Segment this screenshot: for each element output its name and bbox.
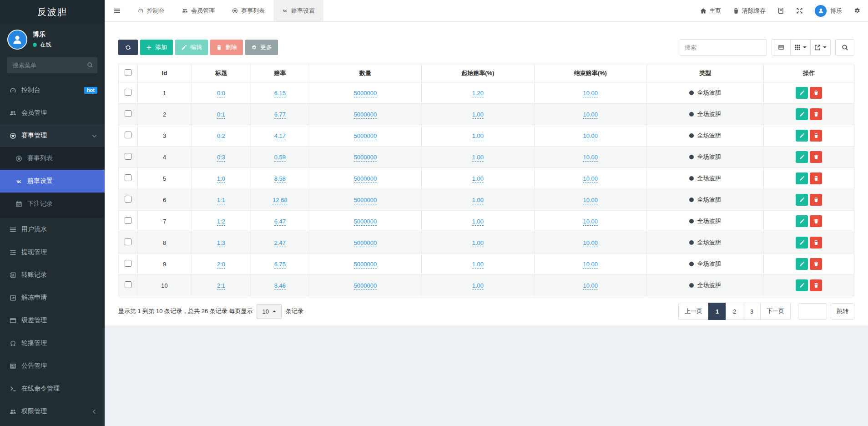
add-button[interactable]: 添加 [140, 40, 173, 55]
odds-editable-link[interactable]: 6.77 [274, 111, 286, 119]
sidebar-item-level[interactable]: 级差管理 [0, 309, 105, 332]
sidebar-item-command[interactable]: 在线命令管理 [0, 377, 105, 400]
odds-editable-link[interactable]: 6.47 [274, 218, 286, 226]
end-odds-editable-link[interactable]: 10.00 [583, 132, 598, 140]
row-edit-button[interactable] [796, 108, 808, 120]
amount-editable-link[interactable]: 5000000 [354, 239, 377, 247]
odds-editable-link[interactable]: 12.68 [273, 197, 288, 204]
end-odds-editable-link[interactable]: 10.00 [583, 111, 598, 119]
row-delete-button[interactable] [810, 258, 822, 270]
title-editable-link[interactable]: 0:3 [217, 154, 225, 162]
search-button[interactable] [835, 39, 854, 56]
pagination-page-1[interactable]: 1 [708, 303, 726, 320]
row-checkbox[interactable] [125, 132, 131, 138]
clear-cache-link[interactable]: 清除缓存 [733, 7, 766, 15]
row-edit-button[interactable] [796, 215, 808, 227]
amount-editable-link[interactable]: 5000000 [354, 197, 377, 204]
avatar[interactable] [7, 30, 27, 50]
detail-view-button[interactable] [772, 39, 791, 56]
table-search-input[interactable] [680, 39, 767, 56]
row-delete-button[interactable] [810, 279, 822, 291]
row-checkbox[interactable] [125, 281, 131, 288]
row-checkbox[interactable] [125, 110, 131, 117]
jump-page-input[interactable] [798, 303, 827, 320]
row-checkbox[interactable] [125, 238, 131, 245]
end-odds-editable-link[interactable]: 10.00 [583, 261, 598, 269]
row-checkbox[interactable] [125, 153, 131, 160]
row-checkbox[interactable] [125, 174, 131, 181]
sidebar-item-unfreeze[interactable]: 解冻申请 [0, 286, 105, 309]
sidebar-item-notice[interactable]: 公告管理 [0, 355, 105, 377]
row-checkbox[interactable] [125, 260, 131, 267]
row-edit-button[interactable] [796, 237, 808, 248]
end-odds-editable-link[interactable]: 10.00 [583, 175, 598, 183]
start-odds-editable-link[interactable]: 1.20 [472, 90, 484, 97]
row-delete-button[interactable] [810, 87, 822, 99]
sidebar-item-withdraw[interactable]: 提现管理 [0, 241, 105, 264]
row-edit-button[interactable] [796, 279, 808, 291]
sidebar-item-bet-records[interactable]: 下注记录 [0, 193, 105, 215]
row-checkbox[interactable] [125, 217, 131, 224]
tab-dashboard[interactable]: 控制台 [129, 0, 173, 21]
page-size-select[interactable]: 10 [257, 304, 281, 319]
row-edit-button[interactable] [796, 258, 808, 270]
sidebar-toggle-button[interactable] [105, 0, 129, 21]
row-delete-button[interactable] [810, 172, 822, 184]
sidebar-item-odds-settings[interactable]: 赔率设置 [0, 170, 105, 193]
navbar-user[interactable]: 博乐 [815, 5, 842, 17]
row-delete-button[interactable] [810, 194, 822, 206]
start-odds-editable-link[interactable]: 1.00 [472, 282, 484, 290]
start-odds-editable-link[interactable]: 1.00 [472, 132, 484, 140]
home-link[interactable]: 主页 [700, 7, 721, 15]
title-editable-link[interactable]: 1:3 [217, 239, 225, 247]
odds-editable-link[interactable]: 8.46 [274, 282, 286, 290]
row-checkbox[interactable] [125, 196, 131, 203]
row-edit-button[interactable] [796, 87, 808, 99]
columns-button[interactable] [790, 39, 811, 56]
amount-editable-link[interactable]: 5000000 [354, 282, 377, 290]
amount-editable-link[interactable]: 5000000 [354, 154, 377, 162]
amount-editable-link[interactable]: 5000000 [354, 132, 377, 140]
title-editable-link[interactable]: 1:0 [217, 175, 225, 183]
title-editable-link[interactable]: 1:1 [217, 197, 225, 204]
title-editable-link[interactable]: 2:1 [217, 282, 225, 290]
title-editable-link[interactable]: 2:0 [217, 261, 225, 269]
row-delete-button[interactable] [810, 215, 822, 227]
odds-editable-link[interactable]: 6.75 [274, 261, 286, 269]
jump-button[interactable]: 跳转 [831, 303, 854, 320]
odds-editable-link[interactable]: 0.59 [274, 154, 286, 162]
row-edit-button[interactable] [796, 172, 808, 184]
row-delete-button[interactable] [810, 151, 822, 163]
tab-odds-settings[interactable]: 赔率设置 [273, 0, 323, 21]
sidebar-item-members[interactable]: 会员管理 [0, 101, 105, 124]
start-odds-editable-link[interactable]: 1.00 [472, 154, 484, 162]
sidebar-item-user-flow[interactable]: 用户流水 [0, 218, 105, 241]
amount-editable-link[interactable]: 5000000 [354, 218, 377, 226]
export-button[interactable] [810, 39, 831, 56]
pagination-next[interactable]: 下一页 [760, 303, 791, 320]
title-editable-link[interactable]: 1:2 [217, 218, 225, 226]
sidebar-item-matches-group[interactable]: 赛事管理 [0, 124, 105, 147]
start-odds-editable-link[interactable]: 1.00 [472, 239, 484, 247]
edit-button[interactable]: 编辑 [175, 40, 208, 55]
odds-editable-link[interactable]: 6.15 [274, 90, 286, 97]
end-odds-editable-link[interactable]: 10.00 [583, 197, 598, 204]
start-odds-editable-link[interactable]: 1.00 [472, 197, 484, 204]
title-editable-link[interactable]: 0:1 [217, 111, 225, 119]
amount-editable-link[interactable]: 5000000 [354, 175, 377, 183]
row-checkbox[interactable] [125, 89, 131, 96]
odds-editable-link[interactable]: 8.58 [274, 175, 286, 183]
start-odds-editable-link[interactable]: 1.00 [472, 218, 484, 226]
row-edit-button[interactable] [796, 194, 808, 206]
row-edit-button[interactable] [796, 130, 808, 142]
amount-editable-link[interactable]: 5000000 [354, 111, 377, 119]
docs-button[interactable] [777, 7, 784, 14]
odds-editable-link[interactable]: 4.17 [274, 132, 286, 140]
row-delete-button[interactable] [810, 237, 822, 248]
sidebar-item-auth[interactable]: 权限管理 [0, 400, 105, 423]
amount-editable-link[interactable]: 5000000 [354, 261, 377, 269]
pagination-page-3[interactable]: 3 [743, 303, 761, 320]
title-editable-link[interactable]: 0:0 [217, 90, 225, 97]
sidebar-item-carousel[interactable]: 轮播管理 [0, 332, 105, 355]
tab-members[interactable]: 会员管理 [173, 0, 223, 21]
